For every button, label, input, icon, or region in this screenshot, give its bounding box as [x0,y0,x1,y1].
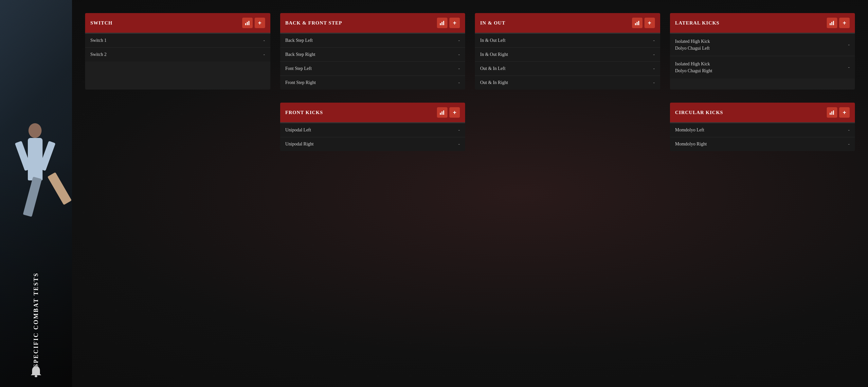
sidebar-bell-icon [29,365,43,381]
cards-row-1: Switch + Switch 1 - [85,13,855,90]
out-in-left-item: Out & In Left - [475,62,660,76]
lateral-kicks-title: Lateral Kicks [675,20,720,26]
svg-rect-7 [443,21,444,25]
out-in-right-value: - [653,80,655,85]
out-in-left-value: - [653,66,655,71]
font-step-left-label: Font Step Left [285,66,312,71]
in-out-card: In & Out + In & Out Left - [475,13,660,90]
back-step-left-value: - [458,38,460,43]
lateral-kicks-chart-button[interactable] [827,17,837,28]
switch-add-button[interactable]: + [255,17,265,28]
in-out-add-button[interactable]: + [645,17,655,28]
font-step-left-value: - [458,66,460,71]
svg-rect-13 [833,21,834,25]
circular-kicks-add-button[interactable]: + [839,107,850,118]
unipodal-right-label: Unipodal Right [285,142,314,147]
switch-chart-button[interactable] [242,17,253,28]
back-step-right-item: Back Step Right - [280,48,465,62]
switch-item-2-label: Switch 2 [90,52,106,57]
sidebar: Specific Combat Tests [0,0,72,387]
front-kicks-card: Front Kicks + Unipodal Left - [280,103,465,151]
font-step-left-item: Font Step Left - [280,62,465,76]
svg-rect-18 [831,111,832,115]
unipodal-left-value: - [458,128,460,133]
switch-card-header: Switch + [85,13,270,33]
front-kicks-chart-button[interactable] [437,107,447,118]
momdolyo-right-label: Momdolyo Right [675,142,707,147]
front-kicks-buttons: + [437,107,460,118]
circular-kicks-card: Circular kicks + Momdolyo Left [670,103,855,151]
sidebar-background: Specific Combat Tests [0,0,72,387]
in-out-left-value: - [653,38,655,43]
svg-rect-19 [833,110,834,115]
switch-item-1-label: Switch 1 [90,38,106,43]
back-step-right-label: Back Step Right [285,52,315,57]
front-step-right-value: - [458,80,460,85]
cards-row-2: Front Kicks + Unipodal Left - [85,103,855,151]
lateral-kick-right-value: - [848,65,850,70]
back-step-left-item: Back Step Left - [280,34,465,48]
svg-rect-15 [441,111,442,115]
back-front-step-add-button[interactable]: + [450,17,460,28]
sidebar-title: Specific Combat Tests [0,272,72,367]
lateral-kicks-buttons: + [827,17,850,28]
switch-item-1-value: - [264,38,265,43]
in-out-left-label: In & Out Left [480,38,505,43]
front-kicks-add-button[interactable]: + [450,107,460,118]
back-front-step-buttons: + [437,17,460,28]
in-out-chart-button[interactable] [632,17,643,28]
front-kicks-header: Front Kicks + [280,103,465,122]
unipodal-right-value: - [458,142,460,147]
svg-rect-9 [637,22,638,25]
lateral-kick-left-item: Isolated High Kick Dolyo Chagui Left - [670,34,855,56]
front-kicks-items: Unipodal Left - Unipodal Right - [280,123,465,151]
lateral-kick-right-label: Isolated High Kick Dolyo Chagui Right [675,61,713,74]
main-content: Switch + Switch 1 - [72,0,868,387]
out-in-left-label: Out & In Left [480,66,505,71]
in-out-title: In & Out [480,20,505,26]
in-out-header: In & Out + [475,13,660,33]
switch-item-1: Switch 1 - [85,34,270,48]
front-step-right-label: Front Step Right [285,80,316,85]
momdolyo-right-item: Momdolyo Right - [670,137,855,151]
svg-rect-10 [638,21,639,25]
empty-col-3 [475,103,660,151]
out-in-right-item: Out & In Right - [475,76,660,90]
circular-kicks-chart-button[interactable] [827,107,837,118]
circular-kicks-items: Momdolyo Left - Momdolyo Right - [670,123,855,151]
svg-rect-4 [248,21,249,25]
circular-kicks-buttons: + [827,107,850,118]
switch-item-2: Switch 2 - [85,48,270,62]
svg-rect-8 [635,23,636,25]
in-out-left-item: In & Out Left - [475,34,660,48]
switch-item-2-value: - [264,52,265,57]
back-front-step-title: Back & Front Step [285,20,342,26]
in-out-right-item: In & Out Right - [475,48,660,62]
svg-rect-16 [443,110,444,115]
unipodal-right-item: Unipodal Right - [280,137,465,151]
svg-rect-0 [35,375,37,377]
svg-rect-12 [831,22,832,25]
martial-arts-figure [10,112,62,275]
momdolyo-left-value: - [848,128,850,133]
lateral-kicks-items: Isolated High Kick Dolyo Chagui Left - I… [670,34,855,78]
lateral-kicks-card: Lateral Kicks + Isolated High Kick Doly [670,13,855,90]
in-out-right-value: - [653,52,655,57]
lateral-kicks-add-button[interactable]: + [839,17,850,28]
switch-items: Switch 1 - Switch 2 - [85,34,270,62]
svg-rect-14 [440,113,441,115]
svg-rect-5 [440,23,441,25]
svg-point-1 [35,365,37,367]
svg-rect-3 [247,22,248,25]
out-in-right-label: Out & In Right [480,80,508,85]
back-front-step-chart-button[interactable] [437,17,447,28]
momdolyo-right-value: - [848,142,850,147]
back-front-step-card: Back & Front Step + Back Step Left [280,13,465,90]
switch-card-buttons: + [242,17,265,28]
momdolyo-left-label: Momdolyo Left [675,128,704,133]
front-kicks-title: Front Kicks [285,110,323,115]
unipodal-left-label: Unipodal Left [285,128,311,133]
svg-rect-6 [441,22,442,25]
back-front-step-header: Back & Front Step + [280,13,465,33]
switch-card-title: Switch [90,20,113,26]
